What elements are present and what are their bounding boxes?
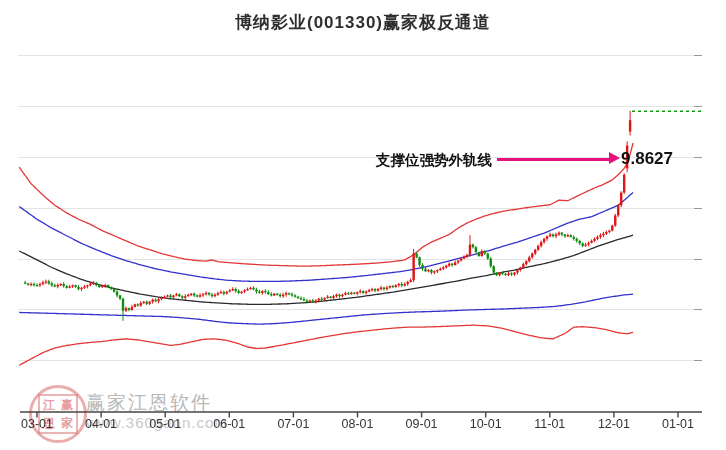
chart-title: 博纳影业(001330)赢家极反通道 [0, 11, 726, 34]
candlestick-chart-canvas [0, 0, 726, 450]
x-axis-label: 07-01 [265, 417, 321, 431]
x-axis-label: 10-01 [458, 417, 514, 431]
x-axis-label: 12-01 [586, 417, 642, 431]
x-axis-label: 11-01 [522, 417, 578, 431]
x-axis-label: 03-01 [9, 417, 65, 431]
x-axis-label: 08-01 [330, 417, 386, 431]
x-axis-label: 05-01 [137, 417, 193, 431]
stock-channel-chart: 博纳影业(001330)赢家极反通道 赢家江恩软件 www.360gann.co… [0, 0, 726, 450]
support-annotation-arrow-icon [497, 158, 611, 161]
support-annotation-arrowhead-icon [609, 152, 620, 164]
support-level-value: 9.8627 [621, 149, 673, 169]
x-axis-label: 09-01 [394, 417, 450, 431]
x-axis-label: 01-01 [650, 417, 706, 431]
x-axis-label: 04-01 [73, 417, 129, 431]
x-axis-label: 06-01 [201, 417, 257, 431]
support-annotation-label: 支撑位强势外轨线 [376, 152, 492, 168]
